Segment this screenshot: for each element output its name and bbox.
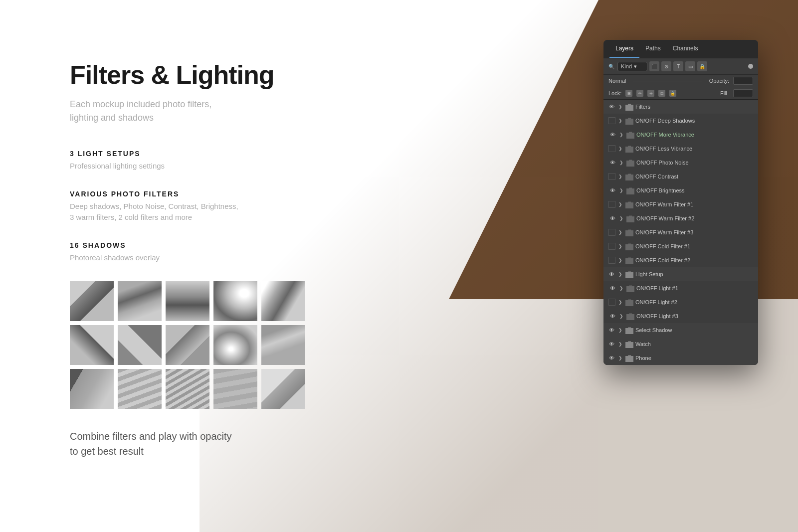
checkbox-cold-filter-1: [608, 243, 615, 250]
folder-icon-warm-filter-1: [625, 200, 633, 208]
eye-icon-phone[interactable]: 👁: [607, 354, 615, 362]
tab-channels[interactable]: Channels: [667, 40, 704, 58]
layer-row-cold-filter-1[interactable]: ❯ ON/OFF Cold Filter #1: [603, 239, 758, 253]
fill-label: Fill: [720, 90, 727, 96]
chevron-phone: ❯: [617, 355, 623, 361]
lock-move-icon[interactable]: ✛: [647, 90, 654, 97]
chevron-brightness: ❯: [618, 187, 624, 193]
chevron-cold-filter-2: ❯: [617, 257, 623, 263]
shadow-thumb-5: [261, 281, 305, 321]
layer-label-light-3: ON/OFF Light #3: [636, 313, 678, 319]
shadow-thumb-8: [166, 325, 209, 365]
layer-row-filters-group[interactable]: 👁 ❯ Filters: [603, 100, 758, 114]
layer-row-photo-noise[interactable]: 👁 ❯ ON/OFF Photo Noise: [603, 156, 758, 170]
folder-icon-light-1: [626, 284, 634, 292]
fill-value[interactable]: [733, 89, 753, 97]
layer-label-cold-filter-1: ON/OFF Cold Filter #1: [635, 243, 690, 249]
layer-row-light-2[interactable]: ❯ ON/OFF Light #2: [603, 295, 758, 309]
layer-row-warm-filter-3[interactable]: ❯ ON/OFF Warm Filter #3: [603, 225, 758, 239]
normal-label: Normal: [608, 78, 626, 84]
content-area: Filters & Lighting Each mockup included …: [0, 0, 429, 532]
folder-icon-light-3: [626, 312, 634, 320]
adjustment-filter-icon[interactable]: ⊘: [661, 61, 671, 71]
shape-filter-icon[interactable]: ▭: [685, 61, 695, 71]
tab-layers[interactable]: Layers: [609, 40, 639, 58]
lock-all-icon[interactable]: 🔒: [669, 90, 676, 97]
chevron-down-icon: ▾: [634, 63, 637, 70]
eye-icon-light-setup[interactable]: 👁: [607, 270, 615, 278]
layer-row-light-3[interactable]: 👁 ❯ ON/OFF Light #3: [603, 309, 758, 323]
chevron-warm-filter-2: ❯: [618, 215, 624, 221]
chevron-cold-filter-1: ❯: [617, 243, 623, 249]
layer-row-warm-filter-1[interactable]: ❯ ON/OFF Warm Filter #1: [603, 197, 758, 211]
type-filter-icon[interactable]: T: [673, 61, 683, 71]
opacity-label: Opacity:: [709, 78, 729, 84]
shadow-thumb-12: [118, 369, 162, 409]
shadow-thumb-7: [118, 325, 162, 365]
subtitle-line1: Each mockup included photo filters,: [70, 99, 211, 109]
lock-draw-icon[interactable]: ✏: [636, 90, 643, 97]
layer-row-less-vibrance[interactable]: ❯ ON/OFF Less Vibrance: [603, 142, 758, 156]
layer-row-light-1[interactable]: 👁 ❯ ON/OFF Light #1: [603, 281, 758, 295]
layer-row-watch-group[interactable]: 👁 ❯ Watch: [603, 337, 758, 351]
checkbox-deep-shadows: [608, 117, 615, 124]
layer-label-watch: Watch: [635, 341, 651, 347]
folder-icon-brightness: [626, 186, 634, 194]
pixel-filter-icon[interactable]: ⬛: [649, 61, 659, 71]
chevron-deep-shadows: ❯: [617, 118, 623, 124]
eye-icon-more-vibrance[interactable]: 👁: [608, 131, 616, 139]
layer-label-warm-filter-1: ON/OFF Warm Filter #1: [635, 201, 693, 207]
layer-row-light-setup-group[interactable]: 👁 ❯ Light Setup: [603, 267, 758, 281]
section-shadows: 16 SHADOWS Photoreal shadows overlay: [70, 241, 389, 264]
layer-row-warm-filter-2[interactable]: 👁 ❯ ON/OFF Warm Filter #2: [603, 211, 758, 225]
layer-row-phone-group[interactable]: 👁 ❯ Phone: [603, 351, 758, 365]
layer-row-more-vibrance[interactable]: 👁 ❯ ON/OFF More Vibrance: [603, 128, 758, 142]
chevron-less-vibrance: ❯: [617, 146, 623, 152]
layer-row-brightness[interactable]: 👁 ❯ ON/OFF Brightness: [603, 183, 758, 197]
combine-text-line2: to get best result: [70, 446, 144, 457]
shadow-grid: [70, 281, 389, 409]
tab-paths[interactable]: Paths: [639, 40, 667, 58]
section-desc-filters: Deep shadows, Photo Noise, Contrast, Bri…: [70, 201, 389, 223]
eye-icon-watch[interactable]: 👁: [607, 340, 615, 348]
shadow-thumb-11: [70, 369, 114, 409]
layer-label-phone: Phone: [635, 355, 651, 361]
section-desc-light: Professional lighting settings: [70, 161, 389, 172]
shadow-thumb-4: [213, 281, 257, 321]
layer-row-deep-shadows[interactable]: ❯ ON/OFF Deep Shadows: [603, 114, 758, 128]
chevron-select-shadow: ❯: [617, 327, 623, 333]
eye-icon-warm-filter-2[interactable]: 👁: [608, 214, 616, 222]
opacity-value[interactable]: [733, 77, 753, 85]
section-heading-shadows: 16 SHADOWS: [70, 241, 389, 249]
smart-filter-icon[interactable]: 🔒: [697, 61, 707, 71]
shadow-thumb-10: [261, 325, 305, 365]
eye-icon-filters[interactable]: 👁: [607, 103, 615, 111]
eye-icon-photo-noise[interactable]: 👁: [608, 159, 616, 167]
page-title: Filters & Lighting: [70, 60, 389, 90]
layer-row-cold-filter-2[interactable]: ❯ ON/OFF Cold Filter #2: [603, 253, 758, 267]
lock-position-icon[interactable]: ⊞: [625, 90, 632, 97]
eye-icon-brightness[interactable]: 👁: [608, 186, 616, 194]
section-desc-filters-line2: 3 warm filters, 2 cold filters and more: [70, 213, 192, 221]
chevron-light-setup: ❯: [617, 271, 623, 277]
layer-label-warm-filter-2: ON/OFF Warm Filter #2: [636, 215, 694, 221]
layer-row-select-shadow-group[interactable]: 👁 ❯ Select Shadow: [603, 323, 758, 337]
folder-icon-photo-noise: [626, 159, 634, 167]
eye-icon-light-3[interactable]: 👁: [608, 312, 616, 320]
chevron-photo-noise: ❯: [618, 160, 624, 166]
layer-label-warm-filter-3: ON/OFF Warm Filter #3: [635, 229, 693, 235]
shadow-thumb-15: [261, 369, 305, 409]
layer-row-contrast[interactable]: ❯ ON/OFF Contrast: [603, 170, 758, 183]
eye-icon-light-1[interactable]: 👁: [608, 284, 616, 292]
ps-tabs: Layers Paths Channels: [603, 40, 758, 58]
layer-label-brightness: ON/OFF Brightness: [636, 187, 685, 193]
folder-icon-warm-filter-3: [625, 228, 633, 236]
lock-artboard-icon[interactable]: ⊡: [658, 90, 665, 97]
shadow-thumb-14: [213, 369, 257, 409]
folder-icon-watch: [625, 340, 633, 348]
layer-label-more-vibrance: ON/OFF More Vibrance: [636, 132, 694, 138]
kind-select[interactable]: Kind ▾: [617, 62, 647, 71]
folder-icon-deep-shadows: [625, 117, 633, 125]
eye-icon-select-shadow[interactable]: 👁: [607, 326, 615, 334]
section-heading-filters: VARIOUS PHOTO FILTERS: [70, 190, 389, 198]
